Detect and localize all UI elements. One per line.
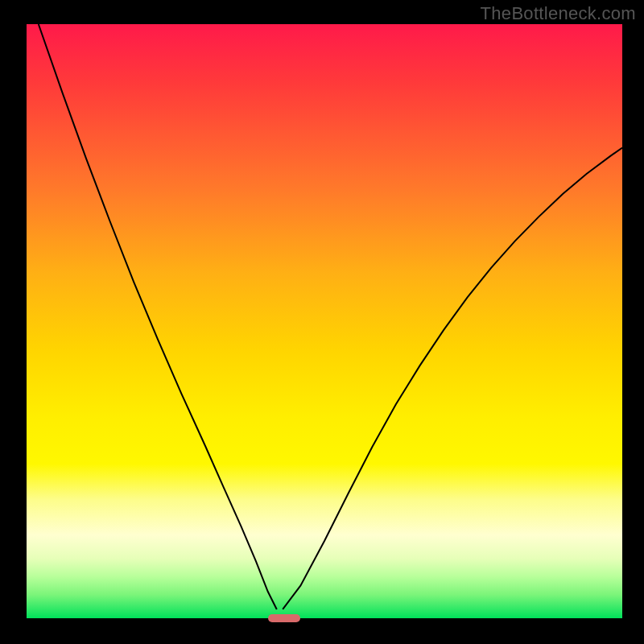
bottleneck-curve <box>27 24 622 618</box>
curve-path <box>39 24 622 609</box>
chart-frame: TheBottleneck.com <box>0 0 644 644</box>
plot-area <box>27 24 622 618</box>
watermark-text: TheBottleneck.com <box>481 3 636 24</box>
optimum-marker <box>268 614 300 622</box>
